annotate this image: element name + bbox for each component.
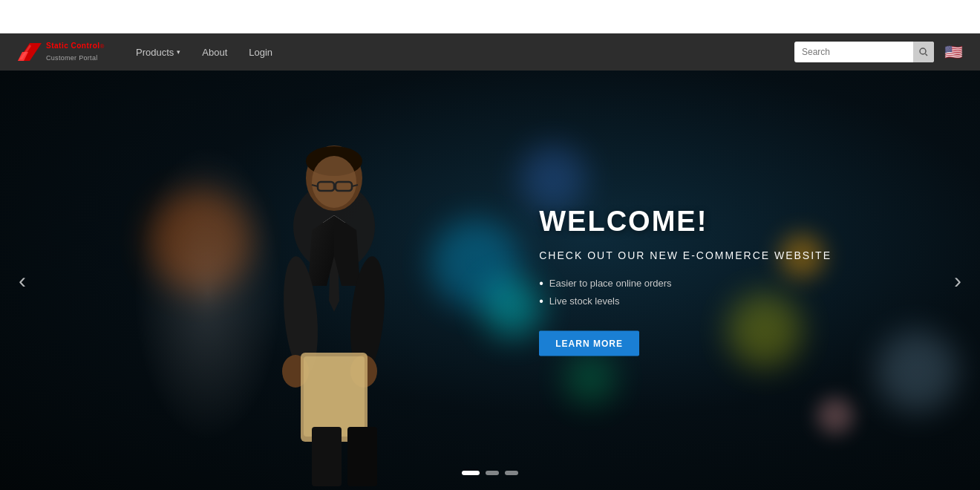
bokeh-light-2 (483, 278, 542, 338)
carousel-dot-3[interactable] (505, 471, 518, 475)
logo-icon (15, 39, 42, 65)
brand-subtitle: Customer Portal (46, 55, 105, 62)
search-button[interactable] (913, 42, 934, 62)
brand-text: Static Control® Customer Portal (46, 42, 105, 62)
svg-rect-22 (304, 356, 365, 437)
carousel-next-button[interactable]: › (947, 261, 969, 301)
hero-cta-button[interactable]: LEARN MORE (539, 330, 639, 356)
hero-person (238, 108, 431, 486)
bokeh-light-7 (520, 145, 587, 212)
nav-login[interactable]: Login (240, 42, 281, 62)
search-container (794, 42, 934, 62)
navbar: Static Control® Customer Portal Products… (0, 33, 980, 71)
hero-title: WELCOME! (539, 205, 832, 237)
search-icon (919, 48, 928, 56)
brand-name: Static Control® (46, 42, 105, 55)
svg-rect-23 (312, 427, 342, 486)
svg-point-2 (920, 48, 926, 54)
nav-links: Products ▾ About Login (127, 42, 794, 62)
carousel-dots (462, 471, 518, 475)
navbar-right: 🇺🇸 (794, 40, 965, 64)
hero-content: WELCOME! CHECK OUT OUR NEW E-COMMERCE WE… (539, 205, 832, 356)
brand-logo[interactable]: Static Control® Customer Portal (15, 39, 105, 65)
bokeh-light-8 (817, 397, 854, 434)
bokeh-light-9 (876, 330, 958, 412)
hero-subtitle: CHECK OUT OUR NEW E-COMMERCE WEBSITE (539, 249, 832, 261)
hero-carousel: WELCOME! CHECK OUT OUR NEW E-COMMERCE WE… (0, 71, 980, 490)
carousel-prev-button[interactable]: ‹ (11, 261, 33, 301)
carousel-dot-2[interactable] (486, 471, 499, 475)
nav-products[interactable]: Products ▾ (127, 42, 189, 62)
flag-usa[interactable]: 🇺🇸 (941, 40, 965, 64)
svg-rect-24 (347, 427, 377, 486)
bokeh-light-6 (564, 353, 616, 405)
hero-bullet-2: Live stock levels (539, 292, 832, 310)
hero-bullet-1: Easier to place online orders (539, 274, 832, 292)
top-bar (0, 0, 980, 33)
carousel-dot-1[interactable] (462, 471, 480, 475)
products-dropdown-arrow: ▾ (177, 48, 180, 56)
hero-bullets: Easier to place online orders Live stock… (539, 274, 832, 310)
search-input[interactable] (794, 44, 913, 60)
nav-about[interactable]: About (193, 42, 236, 62)
svg-line-3 (926, 54, 928, 56)
